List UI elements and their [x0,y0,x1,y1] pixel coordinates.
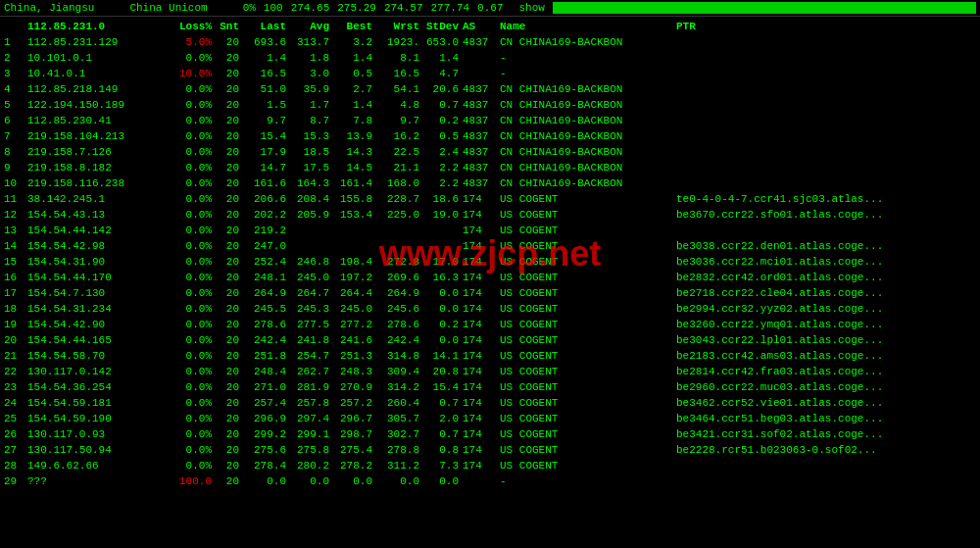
row-snt: 20 [216,442,243,458]
row-ptr: be2718.ccr22.cle04.atlas.coge... [676,285,951,301]
row-wrst: 311.2 [376,458,423,473]
row-best: 155.8 [333,191,376,207]
row-stdev: 2.4 [423,144,463,160]
row-ptr [676,34,951,50]
row-idx: 11 [4,191,27,207]
row-stdev: 4.7 [423,66,463,81]
row-idx: 19 [4,317,27,332]
row-as: 174 [463,426,500,442]
row-idx: 26 [4,426,27,442]
row-host: 154.54.42.90 [27,317,172,332]
hdr-as: AS [463,19,500,34]
row-stdev: 1.4 [423,50,463,66]
row-wrst [376,238,423,254]
row-last: 299.2 [243,426,290,442]
row-idx: 3 [4,66,27,81]
table-container: www.zjcp.net 112.85.231.0 Loss% Snt Last… [0,17,980,491]
row-loss: 0.0% [172,458,216,473]
row-ptr [676,473,951,489]
row-idx: 17 [4,285,27,301]
row-snt: 20 [216,285,243,301]
row-best: 264.4 [333,285,376,301]
row-snt: 20 [216,81,243,97]
row-host: 219.158.116.238 [27,175,172,191]
row-loss: 0.0% [172,81,216,97]
row-snt: 20 [216,332,243,348]
row-idx: 10 [4,175,27,191]
row-loss: 0.0% [172,270,216,285]
row-wrst: 21.1 [376,160,423,175]
row-idx: 5 [4,97,27,113]
row-idx: 28 [4,458,27,473]
row-best: 1.4 [333,50,376,66]
header-show[interactable]: show [519,2,545,14]
table-row: 28 149.6.62.66 0.0% 20 278.4 280.2 278.2… [4,458,976,473]
row-snt: 20 [216,473,243,489]
row-loss: 0.0% [172,442,216,458]
row-loss: 0.0% [172,191,216,207]
progress-bar-container [553,2,976,14]
row-best: 0.0 [333,473,376,489]
hdr-loss: Loss% [172,19,216,34]
row-as: 4837 [463,175,500,191]
row-stdev: 18.6 [423,191,463,207]
row-avg: 262.7 [290,364,333,379]
row-last: 245.5 [243,301,290,317]
row-asname: US COGENT [500,411,676,426]
row-last: 251.8 [243,348,290,364]
row-wrst: 16.2 [376,128,423,144]
header-val100: 100 [264,2,283,14]
row-as: 174 [463,207,500,223]
table-row: 27 130.117.50.94 0.0% 20 275.6 275.8 275… [4,442,976,458]
table-row: 18 154.54.31.234 0.0% 20 245.5 245.3 245… [4,301,976,317]
row-avg: 245.3 [290,301,333,317]
row-best: 3.2 [333,34,376,50]
hdr-idx [4,19,27,34]
table-row: 9 219.158.8.182 0.0% 20 14.7 17.5 14.5 2… [4,160,976,175]
row-ptr: be2814.ccr42.fra03.atlas.coge... [676,364,951,379]
row-idx: 6 [4,113,27,128]
row-stdev: 0.7 [423,395,463,411]
row-host: 154.54.44.142 [27,223,172,238]
row-stdev: 7.3 [423,458,463,473]
row-avg: 17.5 [290,160,333,175]
row-host: 149.6.62.66 [27,458,172,473]
row-stdev: 0.7 [423,97,463,113]
row-ptr [676,66,951,81]
table-row: 17 154.54.7.130 0.0% 20 264.9 264.7 264.… [4,285,976,301]
row-host: 154.54.58.70 [27,348,172,364]
table-row: 20 154.54.44.165 0.0% 20 242.4 241.8 241… [4,332,976,348]
row-ptr [676,113,951,128]
row-snt: 20 [216,223,243,238]
row-last: 1.4 [243,50,290,66]
table-row: 25 154.54.59.190 0.0% 20 296.9 297.4 296… [4,411,976,426]
row-asname: CN CHINA169-BACKBON [500,34,676,50]
row-best: 153.4 [333,207,376,223]
row-stdev: 20.6 [423,81,463,97]
row-ptr [676,223,951,238]
row-last: 15.4 [243,128,290,144]
row-asname: US COGENT [500,364,676,379]
table-row: 13 154.54.44.142 0.0% 20 219.2 174 US CO… [4,223,976,238]
row-loss: 0.0% [172,317,216,332]
row-best: 278.2 [333,458,376,473]
row-host: 154.54.42.98 [27,238,172,254]
row-idx: 9 [4,160,27,175]
row-host: 38.142.245.1 [27,191,172,207]
row-as: 174 [463,442,500,458]
row-loss: 0.0% [172,285,216,301]
row-last: 278.4 [243,458,290,473]
row-host: 154.54.59.181 [27,395,172,411]
row-wrst: 305.7 [376,411,423,426]
row-wrst: 314.8 [376,348,423,364]
row-idx: 25 [4,411,27,426]
row-asname: US COGENT [500,238,676,254]
row-as: 174 [463,223,500,238]
row-best: 14.3 [333,144,376,160]
row-stdev: 2.2 [423,175,463,191]
row-last: 252.4 [243,254,290,270]
row-ptr: be3036.ccr22.mci01.atlas.coge... [676,254,951,270]
row-as: 174 [463,238,500,254]
row-snt: 20 [216,191,243,207]
row-snt: 20 [216,66,243,81]
